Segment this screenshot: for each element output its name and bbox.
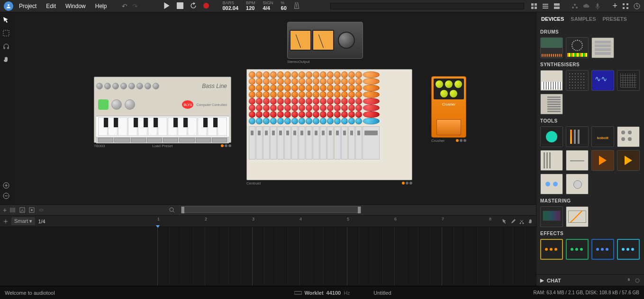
settings-icon[interactable] [622, 3, 629, 9]
mixer-knob[interactable] [306, 105, 312, 111]
bassline-bottom-button[interactable] [98, 138, 113, 142]
mixer-knob[interactable] [355, 85, 362, 91]
cut-tool-timeline[interactable] [519, 219, 525, 224]
mixer-knob[interactable] [355, 91, 362, 98]
mixer-knob[interactable] [284, 78, 291, 85]
stereo-output-device[interactable]: StereoOutput [287, 22, 363, 64]
device-canvas[interactable]: StereoOutput Bass Line BLYS Comp [12, 12, 536, 204]
mixer-knob[interactable] [270, 91, 277, 98]
metronome-button[interactable] [293, 2, 300, 9]
mixer-knob[interactable] [320, 98, 327, 105]
mixer-knob[interactable] [355, 111, 362, 118]
mixer-knob[interactable] [306, 91, 312, 98]
grid-resolution[interactable]: 1/4 [38, 219, 45, 224]
mixer-knob[interactable] [327, 98, 334, 105]
mixer-knob[interactable] [299, 91, 305, 98]
mixer-knob[interactable] [284, 118, 291, 124]
mixer-knob[interactable] [320, 71, 327, 78]
mixer-master-knob[interactable] [363, 118, 380, 124]
device-thumb-splitter[interactable] [540, 174, 563, 194]
mixer-knob[interactable] [341, 111, 348, 118]
bassline-bottom-button[interactable] [163, 138, 178, 142]
mixer-knob[interactable] [277, 71, 284, 78]
mixer-knob[interactable] [306, 78, 312, 85]
redo-button[interactable]: ↷ [132, 2, 138, 10]
mixer-knob[interactable] [320, 85, 327, 91]
mixer-knob[interactable] [313, 71, 319, 78]
zoom-timeline-icon[interactable] [169, 207, 175, 213]
mixer-fader[interactable] [320, 126, 327, 159]
mixer-knob[interactable] [256, 85, 263, 91]
mixer-knob[interactable] [263, 105, 270, 111]
device-thumb-synth-sampler[interactable] [540, 94, 563, 114]
add-button[interactable]: + [612, 1, 617, 11]
smart-mode-button[interactable]: Smart ▾ [11, 217, 35, 225]
tab-devices[interactable]: DEVICES [541, 16, 564, 22]
arranger-body[interactable]: 12345678 [0, 227, 536, 286]
automation-icon[interactable]: A [19, 207, 26, 213]
tab-samples[interactable]: SAMPLES [571, 16, 596, 22]
mixer-knob[interactable] [327, 78, 334, 85]
mixer-knob[interactable] [327, 118, 334, 124]
mixer-knob[interactable] [291, 118, 298, 124]
mixer-fader[interactable] [291, 126, 298, 159]
mixer-knob[interactable] [284, 71, 291, 78]
mixer-knob[interactable] [327, 91, 334, 98]
record-button[interactable] [203, 3, 209, 9]
overview-ruler[interactable] [330, 3, 525, 9]
share-icon[interactable] [571, 3, 578, 9]
mixer-knob[interactable] [249, 98, 255, 105]
snap-icon[interactable] [3, 219, 9, 224]
bassline-keyboard[interactable] [96, 116, 229, 137]
bassline-knob[interactable] [136, 83, 143, 89]
device-thumb-eq[interactable] [540, 206, 563, 227]
mixer-master-knob[interactable] [363, 98, 380, 105]
crusher-knob[interactable] [450, 90, 457, 97]
mixer-knob[interactable] [355, 71, 362, 78]
mixer-knob[interactable] [249, 118, 255, 124]
mixer-knob[interactable] [277, 105, 284, 111]
device-thumb-knobs[interactable] [617, 126, 640, 147]
mixer-knob[interactable] [277, 78, 284, 85]
mixer-knob[interactable] [334, 105, 341, 111]
mixer-knob[interactable] [341, 71, 348, 78]
mixer-knob[interactable] [306, 118, 312, 124]
mixer-knob[interactable] [306, 71, 312, 78]
mixer-knob[interactable] [341, 105, 348, 111]
sign-value[interactable]: 4/4 [263, 5, 273, 11]
mixer-knob[interactable] [306, 111, 312, 118]
stop-button[interactable] [177, 2, 183, 9]
bassline-bottom-button[interactable] [196, 138, 211, 142]
mixer-knob[interactable] [270, 85, 277, 91]
bpm-value[interactable]: 120 [246, 5, 255, 11]
bassline-knob[interactable] [112, 83, 119, 89]
pct-value[interactable]: 60 [281, 5, 287, 11]
zoom-out-button[interactable] [2, 192, 10, 200]
cloud-icon[interactable] [583, 3, 590, 9]
mixer-knob[interactable] [348, 105, 355, 111]
mixer-fader[interactable] [334, 126, 341, 159]
mixer-knob[interactable] [270, 98, 277, 105]
mixer-knob[interactable] [334, 98, 341, 105]
mixer-knob[interactable] [256, 111, 263, 118]
view-rack-icon[interactable] [531, 3, 537, 9]
mixer-fader[interactable] [284, 126, 291, 159]
play-button[interactable] [163, 2, 170, 9]
bassline-knob[interactable] [153, 83, 159, 89]
view-list-icon[interactable] [542, 3, 549, 9]
headphones-tool[interactable] [2, 43, 10, 50]
bassline-bottom-button[interactable] [131, 138, 146, 142]
zoom-in-button[interactable] [2, 182, 10, 189]
mixer-knob[interactable] [313, 105, 319, 111]
master-volume-knob[interactable] [338, 32, 355, 49]
mixer-knob[interactable] [355, 105, 362, 111]
device-thumb-synth-wave[interactable] [591, 70, 614, 91]
mixer-master-knob[interactable] [363, 85, 380, 91]
bassline-knob[interactable] [104, 83, 111, 89]
mixer-knob[interactable] [270, 105, 277, 111]
mixer-knob[interactable] [291, 85, 298, 91]
mixer-knob[interactable] [334, 71, 341, 78]
device-thumb-fx2[interactable] [566, 239, 589, 260]
mixer-knob[interactable] [263, 111, 270, 118]
mixer-knob[interactable] [299, 98, 305, 105]
